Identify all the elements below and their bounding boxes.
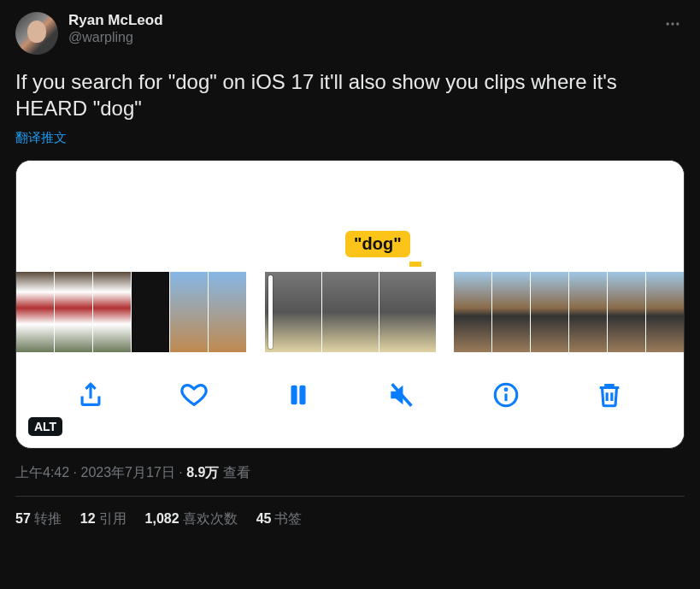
bookmarks[interactable]: 45书签 — [256, 510, 303, 528]
playhead[interactable] — [268, 275, 273, 349]
search-term-indicator — [409, 262, 421, 267]
svg-point-2 — [676, 22, 679, 25]
media-card[interactable]: "dog" — [15, 160, 685, 449]
views-count: 8.9万 — [186, 465, 219, 480]
clip-thumbnail — [93, 272, 131, 352]
clip-group-1 — [16, 272, 246, 352]
media-toolbar — [16, 352, 684, 438]
clip-group-2 — [265, 272, 436, 352]
author-display-name: Ryan McLeod — [68, 12, 661, 29]
time[interactable]: 上午4:42 — [15, 465, 69, 480]
clip-thumbnail — [379, 272, 436, 352]
svg-rect-4 — [299, 386, 305, 405]
author-handle: @warpling — [68, 29, 661, 46]
clip-thumbnail — [322, 272, 379, 352]
author-block[interactable]: Ryan McLeod @warpling — [68, 12, 661, 46]
svg-point-1 — [671, 22, 674, 25]
info-icon[interactable] — [491, 380, 521, 409]
clip-thumbnail — [531, 272, 568, 352]
clip-group-3 — [454, 272, 684, 352]
mute-icon[interactable] — [387, 380, 416, 409]
tweet-stats: 57转推 12引用 1,082喜欢次数 45书签 — [15, 497, 685, 542]
views-label: 查看 — [219, 465, 250, 480]
more-icon[interactable] — [661, 12, 685, 39]
svg-point-0 — [667, 22, 669, 25]
video-timeline[interactable] — [16, 272, 684, 352]
clip-thumbnail — [608, 272, 645, 352]
clip-thumbnail — [16, 272, 54, 352]
tweet-text: If you search for "dog" on iOS 17 it'll … — [15, 68, 685, 121]
heart-icon[interactable] — [179, 380, 209, 409]
avatar[interactable] — [15, 12, 58, 55]
clip-thumbnail — [454, 272, 491, 352]
tweet-header: Ryan McLeod @warpling — [15, 12, 685, 55]
search-term-label: "dog" — [345, 231, 410, 257]
date[interactable]: 2023年7月17日 — [80, 465, 174, 480]
likes[interactable]: 1,082喜欢次数 — [145, 510, 238, 528]
clip-thumbnail — [55, 272, 92, 352]
clip-thumbnail — [265, 272, 321, 352]
trash-icon[interactable] — [595, 380, 624, 409]
translate-link[interactable]: 翻译推文 — [15, 130, 685, 146]
clip-thumbnail — [132, 272, 169, 352]
clip-thumbnail — [492, 272, 530, 352]
tweet-meta: 上午4:42 · 2023年7月17日 · 8.9万 查看 — [15, 464, 685, 482]
quotes[interactable]: 12引用 — [80, 510, 126, 528]
clip-thumbnail — [170, 272, 208, 352]
clip-thumbnail — [569, 272, 607, 352]
media-top: "dog" — [16, 161, 684, 272]
tweet-container: Ryan McLeod @warpling If you search for … — [0, 0, 700, 542]
svg-point-7 — [505, 389, 507, 391]
svg-rect-3 — [291, 386, 297, 405]
share-icon[interactable] — [76, 380, 105, 409]
clip-thumbnail — [646, 272, 684, 352]
clip-thumbnail — [209, 272, 246, 352]
retweets[interactable]: 57转推 — [15, 510, 62, 528]
pause-icon[interactable] — [284, 380, 313, 409]
alt-badge[interactable]: ALT — [28, 417, 62, 436]
